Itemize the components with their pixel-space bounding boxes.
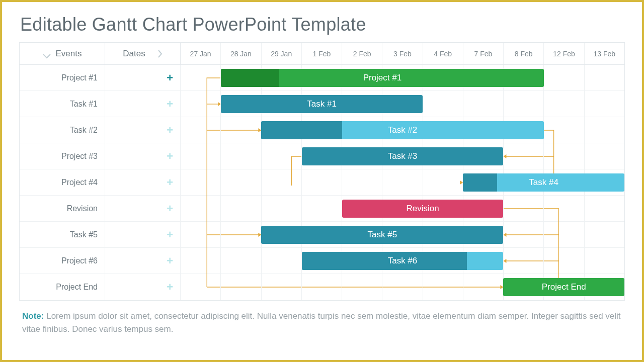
- gantt-row: Task #2+Task #2: [20, 117, 624, 143]
- row-event-label: Revision: [20, 196, 105, 221]
- expand-icon[interactable]: +: [167, 125, 173, 136]
- row-timeline: Task #5: [181, 222, 624, 247]
- gantt-chart: Events Dates 27 Jan28 Jan29 Jan1 Feb2 Fe…: [19, 42, 625, 301]
- gantt-bar-label: Project End: [542, 282, 586, 292]
- row-dates-cell: +: [105, 117, 181, 143]
- gantt-bar-label: Task #2: [388, 125, 418, 135]
- gantt-body: Project #1+Project #1Task #1+Task #1Task…: [20, 65, 624, 300]
- dates-column-header[interactable]: Dates: [105, 43, 181, 64]
- gantt-bar-label: Task #4: [529, 177, 558, 188]
- gantt-bar-progress: [221, 69, 279, 87]
- gantt-bar-label: Task #6: [388, 256, 418, 266]
- date-column-header[interactable]: 28 Jan: [221, 43, 261, 64]
- row-timeline: Project End: [181, 274, 624, 300]
- row-timeline: Task #6: [181, 248, 624, 274]
- row-event-label: Task #1: [20, 91, 105, 117]
- chevron-right-icon: [157, 50, 163, 58]
- gantt-bar-progress: [261, 121, 342, 139]
- gantt-row: Revision+Revision: [20, 196, 624, 222]
- row-dates-cell: +: [105, 169, 181, 195]
- gantt-bar-progress: [463, 173, 497, 192]
- date-column-header[interactable]: 8 Feb: [504, 43, 544, 64]
- expand-icon[interactable]: +: [167, 229, 173, 240]
- gantt-bar[interactable]: Task #3: [302, 147, 504, 165]
- gantt-bar[interactable]: Project End: [503, 278, 624, 296]
- row-dates-cell: +: [105, 196, 181, 221]
- row-timeline: Revision: [181, 196, 624, 221]
- slide-frame: Editable Gantt Chart PowerPoint Template…: [0, 0, 644, 362]
- date-column-header[interactable]: 27 Jan: [181, 43, 221, 64]
- date-column-header[interactable]: 2 Feb: [342, 43, 382, 64]
- chevron-down-icon: [43, 51, 51, 56]
- row-event-label: Project #4: [20, 169, 105, 195]
- gantt-row: Project #1+Project #1: [20, 65, 624, 91]
- gantt-bar[interactable]: Task #4: [463, 173, 624, 192]
- gantt-bar-label: Task #5: [368, 230, 397, 240]
- gantt-row: Project #6+Task #6: [20, 248, 624, 274]
- expand-icon[interactable]: +: [167, 177, 173, 188]
- gantt-bar-label: Project #1: [363, 73, 402, 83]
- gantt-header-row: Events Dates 27 Jan28 Jan29 Jan1 Feb2 Fe…: [20, 43, 624, 65]
- gantt-bar[interactable]: Revision: [342, 200, 504, 218]
- row-event-label: Task #5: [20, 222, 105, 247]
- footnote-label: Note:: [22, 311, 44, 321]
- expand-icon[interactable]: +: [167, 282, 173, 293]
- expand-icon[interactable]: +: [167, 255, 173, 266]
- slide-title: Editable Gantt Chart PowerPoint Template: [20, 14, 625, 35]
- row-event-label: Project #1: [20, 65, 105, 90]
- events-header-label: Events: [56, 49, 82, 59]
- row-dates-cell: +: [105, 274, 181, 300]
- date-column-header[interactable]: 29 Jan: [262, 43, 302, 64]
- footnote-text: Lorem ipsum dolor sit amet, consectetur …: [22, 311, 621, 334]
- row-event-label: Task #2: [20, 117, 105, 143]
- gantt-bar-label: Revision: [406, 204, 439, 214]
- row-dates-cell: +: [105, 91, 181, 117]
- row-dates-cell: +: [105, 65, 181, 90]
- row-timeline: Project #1: [181, 65, 624, 90]
- gantt-bar[interactable]: Task #1: [221, 95, 423, 113]
- timeline-header: 27 Jan28 Jan29 Jan1 Feb2 Feb3 Feb4 Feb7 …: [181, 43, 624, 64]
- gantt-bar[interactable]: Task #6: [302, 252, 504, 270]
- events-column-header[interactable]: Events: [20, 43, 105, 64]
- expand-icon[interactable]: +: [167, 203, 173, 214]
- date-column-header[interactable]: 13 Feb: [585, 43, 624, 64]
- footnote: Note: Lorem ipsum dolor sit amet, consec…: [22, 310, 622, 336]
- row-dates-cell: +: [105, 143, 181, 169]
- row-timeline: Task #3: [181, 143, 624, 169]
- gantt-bar[interactable]: Task #5: [261, 226, 503, 244]
- row-event-label: Project #6: [20, 248, 105, 274]
- date-column-header[interactable]: 12 Feb: [544, 43, 584, 64]
- gantt-row: Project End+Project End: [20, 274, 624, 300]
- gantt-row: Task #5+Task #5: [20, 222, 624, 248]
- gantt-bar-label: Task #3: [388, 151, 418, 161]
- date-column-header[interactable]: 1 Feb: [302, 43, 342, 64]
- gantt-bar[interactable]: Task #2: [261, 121, 543, 139]
- row-timeline: Task #1: [181, 91, 624, 117]
- gantt-bar-progress: [302, 252, 467, 270]
- row-timeline: Task #4: [181, 169, 624, 195]
- date-column-header[interactable]: 7 Feb: [463, 43, 504, 64]
- row-event-label: Project End: [20, 274, 105, 300]
- gantt-row: Project #3+Task #3: [20, 143, 624, 169]
- dates-header-label: Dates: [123, 49, 145, 59]
- row-dates-cell: +: [105, 248, 181, 274]
- row-dates-cell: +: [105, 222, 181, 247]
- gantt-row: Task #1+Task #1: [20, 91, 624, 117]
- date-column-header[interactable]: 3 Feb: [382, 43, 423, 64]
- date-column-header[interactable]: 4 Feb: [423, 43, 463, 64]
- expand-icon[interactable]: +: [167, 151, 173, 162]
- gantt-row: Project #4+Task #4: [20, 169, 624, 196]
- row-timeline: Task #2: [181, 117, 624, 143]
- gantt-bar-label: Task #1: [307, 99, 337, 109]
- row-event-label: Project #3: [20, 143, 105, 169]
- expand-icon[interactable]: +: [167, 72, 173, 83]
- gantt-bar[interactable]: Project #1: [221, 69, 543, 87]
- expand-icon[interactable]: +: [167, 99, 173, 110]
